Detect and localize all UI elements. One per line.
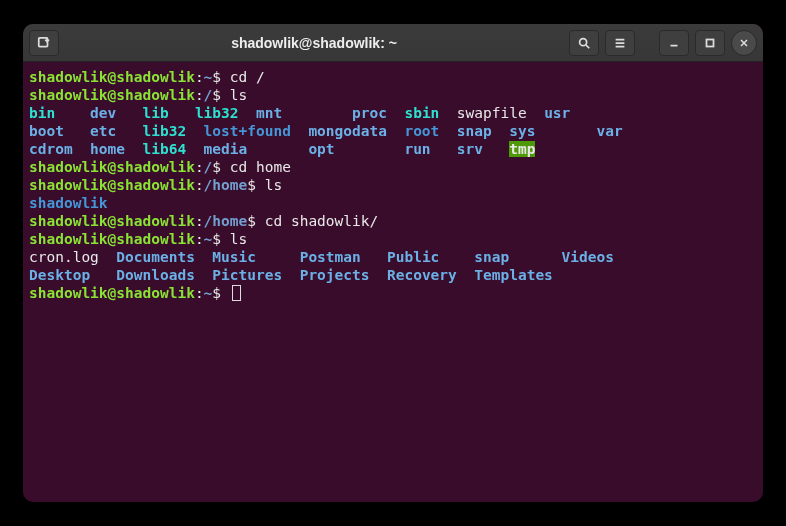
ls-entry: Downloads <box>116 267 212 283</box>
prompt-userhost: shadowlik@shadowlik <box>29 213 195 229</box>
maximize-button[interactable] <box>695 30 725 56</box>
ls-row: cdrom home lib64 media opt run srv tmp <box>29 140 757 158</box>
ls-entry: shadowlik <box>29 195 108 211</box>
ls-entry: mongodata <box>308 123 404 139</box>
ls-entry: swapfile <box>457 105 544 121</box>
ls-entry: Projects <box>300 267 387 283</box>
prompt-userhost: shadowlik@shadowlik <box>29 87 195 103</box>
svg-point-3 <box>580 38 587 45</box>
prompt-colon: : <box>195 231 204 247</box>
prompt-userhost: shadowlik@shadowlik <box>29 177 195 193</box>
ls-entry: lost+found <box>204 123 309 139</box>
ls-entry: bin <box>29 105 90 121</box>
prompt-colon: : <box>195 285 204 301</box>
ls-entry: mnt <box>256 105 352 121</box>
prompt-line: shadowlik@shadowlik:~$ <box>29 284 757 302</box>
prompt-line: shadowlik@shadowlik:/$ ls <box>29 86 757 104</box>
command-text: cd home <box>230 159 291 175</box>
ls-entry: Desktop <box>29 267 116 283</box>
ls-entry: run <box>404 141 456 157</box>
prompt-line: shadowlik@shadowlik:~$ ls <box>29 230 757 248</box>
new-tab-button[interactable] <box>29 30 59 56</box>
prompt-colon: : <box>195 159 204 175</box>
ls-entry: Pictures <box>212 267 299 283</box>
svg-rect-9 <box>707 39 714 46</box>
prompt-line: shadowlik@shadowlik:~$ cd / <box>29 68 757 86</box>
ls-entry: opt <box>308 141 404 157</box>
command-text: cd shadowlik/ <box>265 213 379 229</box>
ls-entry: sys <box>509 123 596 139</box>
ls-entry: boot <box>29 123 90 139</box>
ls-entry: srv <box>457 141 509 157</box>
ls-entry: lib <box>143 105 195 121</box>
window-title: shadowlik@shadowlik: ~ <box>65 35 563 51</box>
prompt-line: shadowlik@shadowlik:/home$ cd shadowlik/ <box>29 212 757 230</box>
prompt-dollar: $ <box>212 159 221 175</box>
ls-entry: etc <box>90 123 142 139</box>
prompt-line: shadowlik@shadowlik:/home$ ls <box>29 176 757 194</box>
prompt-userhost: shadowlik@shadowlik <box>29 231 195 247</box>
command-text: cd / <box>230 69 265 85</box>
prompt-userhost: shadowlik@shadowlik <box>29 285 195 301</box>
ls-entry: Public <box>387 249 474 265</box>
prompt-colon: : <box>195 87 204 103</box>
prompt-line: shadowlik@shadowlik:/$ cd home <box>29 158 757 176</box>
prompt-dollar: $ <box>212 87 221 103</box>
prompt-dollar: $ <box>212 231 221 247</box>
prompt-dollar: $ <box>247 213 256 229</box>
ls-entry: cdrom <box>29 141 90 157</box>
ls-entry: sbin <box>404 105 456 121</box>
ls-entry: lib64 <box>143 141 204 157</box>
ls-entry: snap <box>457 123 509 139</box>
ls-entry: Postman <box>300 249 387 265</box>
ls-entry: Templates <box>474 267 561 283</box>
command-text: ls <box>230 87 247 103</box>
ls-entry: media <box>204 141 309 157</box>
ls-entry: home <box>90 141 142 157</box>
ls-entry: Recovery <box>387 267 474 283</box>
titlebar: shadowlik@shadowlik: ~ <box>23 24 763 62</box>
prompt-userhost: shadowlik@shadowlik <box>29 69 195 85</box>
minimize-button[interactable] <box>659 30 689 56</box>
ls-row: shadowlik <box>29 194 757 212</box>
prompt-dollar: $ <box>212 69 221 85</box>
ls-entry: lib32 <box>143 123 204 139</box>
close-button[interactable] <box>731 30 757 56</box>
svg-line-4 <box>586 44 590 48</box>
ls-entry: proc <box>352 105 404 121</box>
ls-entry: lib32 <box>195 105 256 121</box>
prompt-colon: : <box>195 177 204 193</box>
ls-row: bin dev lib lib32 mnt proc sbin swapfile… <box>29 104 757 122</box>
ls-entry: cron.log <box>29 249 116 265</box>
prompt-dollar: $ <box>247 177 256 193</box>
ls-entry: root <box>404 123 456 139</box>
prompt-dollar: $ <box>212 285 221 301</box>
ls-entry: Videos <box>562 249 614 265</box>
prompt-colon: : <box>195 69 204 85</box>
ls-entry: Documents <box>116 249 212 265</box>
ls-entry: usr <box>544 105 570 121</box>
ls-entry: tmp <box>509 141 535 157</box>
ls-entry: Music <box>212 249 299 265</box>
menu-button[interactable] <box>605 30 635 56</box>
prompt-path: /home <box>204 213 248 229</box>
command-text: ls <box>230 231 247 247</box>
ls-entry: var <box>597 123 623 139</box>
ls-entry: dev <box>90 105 142 121</box>
ls-entry: snap <box>474 249 561 265</box>
prompt-path: /home <box>204 177 248 193</box>
prompt-userhost: shadowlik@shadowlik <box>29 159 195 175</box>
ls-row: Desktop Downloads Pictures Projects Reco… <box>29 266 757 284</box>
search-button[interactable] <box>569 30 599 56</box>
terminal-body[interactable]: shadowlik@shadowlik:~$ cd /shadowlik@sha… <box>23 62 763 502</box>
cursor <box>232 285 241 301</box>
terminal-window: shadowlik@shadowlik: ~ shadowlik@shadowl… <box>23 24 763 502</box>
ls-row: cron.log Documents Music Postman Public … <box>29 248 757 266</box>
command-text: ls <box>265 177 282 193</box>
prompt-colon: : <box>195 213 204 229</box>
ls-row: boot etc lib32 lost+found mongodata root… <box>29 122 757 140</box>
